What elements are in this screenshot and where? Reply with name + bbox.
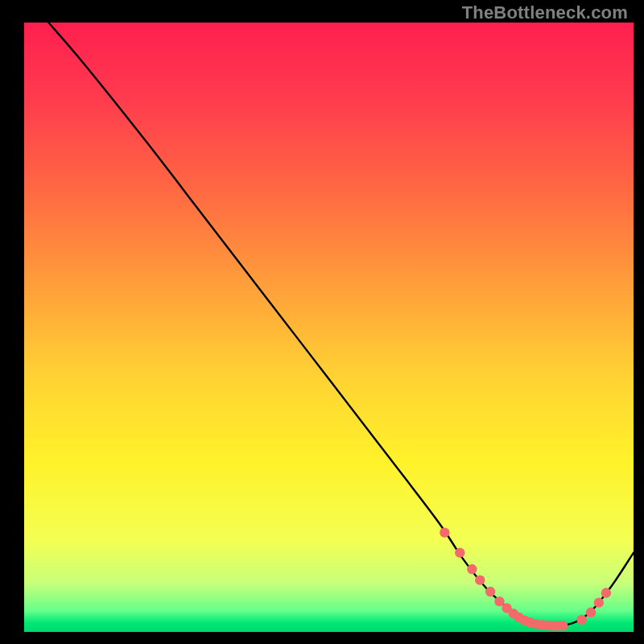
- chart-marker: [601, 588, 611, 597]
- chart-marker: [485, 587, 495, 597]
- chart-marker: [594, 597, 604, 607]
- chart-marker: [576, 615, 586, 625]
- chart-marker: [467, 564, 477, 574]
- watermark-text: TheBottleneck.com: [462, 2, 628, 23]
- chart-marker: [440, 527, 449, 537]
- chart-marker: [455, 547, 464, 557]
- bottleneck-chart: [0, 0, 644, 644]
- chart-gradient-background: [24, 23, 634, 632]
- chart-marker: [586, 608, 596, 617]
- chart-marker: [475, 575, 485, 584]
- chart-marker: [558, 621, 568, 630]
